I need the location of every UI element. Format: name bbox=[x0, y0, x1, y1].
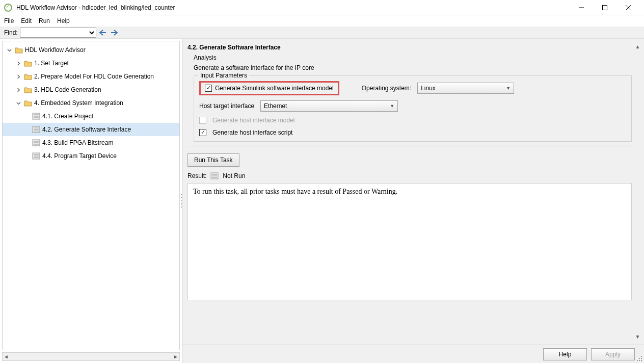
findbar: Find: bbox=[0, 27, 644, 39]
maximize-button[interactable] bbox=[593, 0, 616, 15]
left-panel: HDL Workflow Advisor 1. Set Target 2. Pr… bbox=[0, 39, 182, 363]
tree-item-label: 2. Prepare Model For HDL Code Generation bbox=[34, 73, 154, 80]
titlebar: HDL Workflow Advisor - hdlcoder_led_blin… bbox=[0, 0, 644, 15]
menubar: File Edit Run Help bbox=[0, 15, 644, 27]
os-label: Operating system: bbox=[362, 85, 411, 92]
vertical-scrollbar[interactable]: ▲ ▼ bbox=[633, 43, 642, 341]
chevron-down-icon[interactable] bbox=[6, 46, 13, 54]
bottom-bar: Help Apply bbox=[182, 345, 644, 363]
chevron-down-icon: ▼ bbox=[390, 103, 394, 109]
task-title: 4.2. Generate Software Interface bbox=[187, 42, 632, 54]
result-message: To run this task, all prior tasks must h… bbox=[193, 188, 397, 195]
host-iface-value: Ethernet bbox=[264, 102, 287, 110]
tree-item-label: 4.4. Program Target Device bbox=[42, 152, 117, 160]
analysis-description: Generate a software interface for the IP… bbox=[194, 64, 632, 71]
svg-rect-29 bbox=[641, 360, 642, 361]
document-icon bbox=[32, 112, 40, 120]
tree-node-44[interactable]: 4.4. Program Target Device bbox=[3, 149, 179, 163]
svg-rect-28 bbox=[639, 360, 640, 361]
svg-rect-24 bbox=[641, 356, 642, 357]
find-label: Find: bbox=[4, 29, 18, 36]
chevron-right-icon[interactable] bbox=[15, 86, 22, 93]
scroll-up-icon[interactable]: ▲ bbox=[635, 44, 640, 49]
folder-icon bbox=[24, 72, 32, 81]
right-panel: 4.2. Generate Software Interface Analysi… bbox=[182, 39, 644, 363]
menu-edit[interactable]: Edit bbox=[21, 17, 32, 24]
resize-grip[interactable] bbox=[637, 356, 643, 362]
svg-rect-1 bbox=[603, 5, 607, 10]
gen-host-model-label: Generate host interface model bbox=[212, 117, 294, 124]
folder-icon bbox=[24, 59, 32, 67]
window-title: HDL Workflow Advisor - hdlcoder_led_blin… bbox=[16, 4, 570, 11]
tree-item-label: 4.2. Generate Software Interface bbox=[42, 126, 131, 133]
tree-node-1[interactable]: 1. Set Target bbox=[3, 57, 179, 70]
os-dropdown[interactable]: Linux ▼ bbox=[417, 83, 514, 94]
input-parameters-fieldset: Input Parameters Generate Simulink softw… bbox=[194, 75, 632, 142]
folder-icon bbox=[15, 46, 23, 54]
host-iface-label: Host target interface bbox=[199, 102, 254, 110]
tree-item-label: 4.3. Build FPGA Bitstream bbox=[42, 139, 113, 146]
analysis-section: Analysis Generate a software interface f… bbox=[187, 54, 632, 146]
folder-icon bbox=[24, 99, 32, 107]
tree-item-label: 3. HDL Code Generation bbox=[34, 86, 101, 93]
tree-node-4[interactable]: 4. Embedded System Integration bbox=[3, 96, 179, 110]
window-controls bbox=[570, 0, 640, 15]
gen-host-script-checkbox[interactable] bbox=[199, 129, 206, 136]
tree-node-43[interactable]: 4.3. Build FPGA Bitstream bbox=[3, 136, 179, 149]
tree-node-3[interactable]: 3. HDL Code Generation bbox=[3, 83, 179, 96]
scroll-down-icon[interactable]: ▼ bbox=[635, 334, 640, 340]
find-input[interactable] bbox=[20, 28, 96, 38]
gen-host-script-label: Generate host interface script bbox=[212, 129, 292, 136]
menu-file[interactable]: File bbox=[4, 17, 14, 24]
horizontal-scrollbar[interactable]: ◄ ► bbox=[2, 352, 180, 361]
os-value: Linux bbox=[421, 85, 436, 92]
svg-rect-27 bbox=[637, 360, 638, 361]
tree-item-label: 4.1. Create Project bbox=[42, 113, 93, 120]
tree-node-42[interactable]: 4.2. Generate Software Interface bbox=[3, 123, 179, 136]
document-icon bbox=[32, 139, 40, 147]
apply-button[interactable]: Apply bbox=[591, 348, 635, 360]
tree-root[interactable]: HDL Workflow Advisor bbox=[3, 43, 179, 57]
tree-item-label: 4. Embedded System Integration bbox=[34, 99, 123, 107]
analysis-label: Analysis bbox=[194, 54, 632, 61]
document-icon bbox=[32, 125, 40, 134]
document-icon bbox=[32, 152, 40, 160]
document-icon bbox=[210, 172, 219, 180]
find-prev-button[interactable] bbox=[98, 28, 108, 37]
chevron-right-icon[interactable] bbox=[15, 60, 22, 67]
highlighted-option: Generate Simulink software interface mod… bbox=[199, 81, 339, 95]
menu-run[interactable]: Run bbox=[39, 17, 50, 24]
chevron-right-icon[interactable] bbox=[15, 73, 22, 80]
result-message-box: To run this task, all prior tasks must h… bbox=[187, 183, 632, 300]
chevron-down-icon[interactable] bbox=[15, 99, 22, 107]
gen-simulink-label: Generate Simulink software interface mod… bbox=[215, 85, 334, 92]
task-content: 4.2. Generate Software Interface Analysi… bbox=[182, 39, 644, 345]
tree-node-41[interactable]: 4.1. Create Project bbox=[3, 110, 179, 123]
tree-item-label: HDL Workflow Advisor bbox=[25, 46, 86, 54]
run-task-button[interactable]: Run This Task bbox=[187, 153, 239, 167]
fieldset-legend: Input Parameters bbox=[198, 72, 249, 79]
folder-icon bbox=[24, 86, 32, 94]
minimize-button[interactable] bbox=[570, 0, 593, 15]
tree: HDL Workflow Advisor 1. Set Target 2. Pr… bbox=[2, 41, 180, 350]
result-label: Result: bbox=[187, 172, 206, 179]
menu-help[interactable]: Help bbox=[57, 17, 70, 24]
help-button[interactable]: Help bbox=[543, 348, 587, 360]
tree-node-2[interactable]: 2. Prepare Model For HDL Code Generation bbox=[3, 70, 179, 83]
svg-rect-25 bbox=[639, 358, 640, 359]
host-iface-dropdown[interactable]: Ethernet ▼ bbox=[260, 100, 398, 112]
result-row: Result: Not Run bbox=[187, 172, 632, 180]
main-split: HDL Workflow Advisor 1. Set Target 2. Pr… bbox=[0, 39, 644, 363]
scroll-left-icon[interactable]: ◄ bbox=[4, 354, 9, 359]
svg-rect-26 bbox=[641, 358, 642, 359]
scroll-right-icon[interactable]: ► bbox=[173, 354, 178, 359]
find-next-button[interactable] bbox=[110, 28, 119, 37]
close-button[interactable] bbox=[616, 0, 640, 15]
chevron-down-icon: ▼ bbox=[506, 86, 511, 91]
gen-host-model-checkbox bbox=[199, 117, 206, 124]
result-value: Not Run bbox=[223, 172, 245, 179]
app-icon bbox=[4, 4, 12, 12]
tree-item-label: 1. Set Target bbox=[34, 60, 69, 67]
gen-simulink-checkbox[interactable] bbox=[205, 85, 212, 92]
